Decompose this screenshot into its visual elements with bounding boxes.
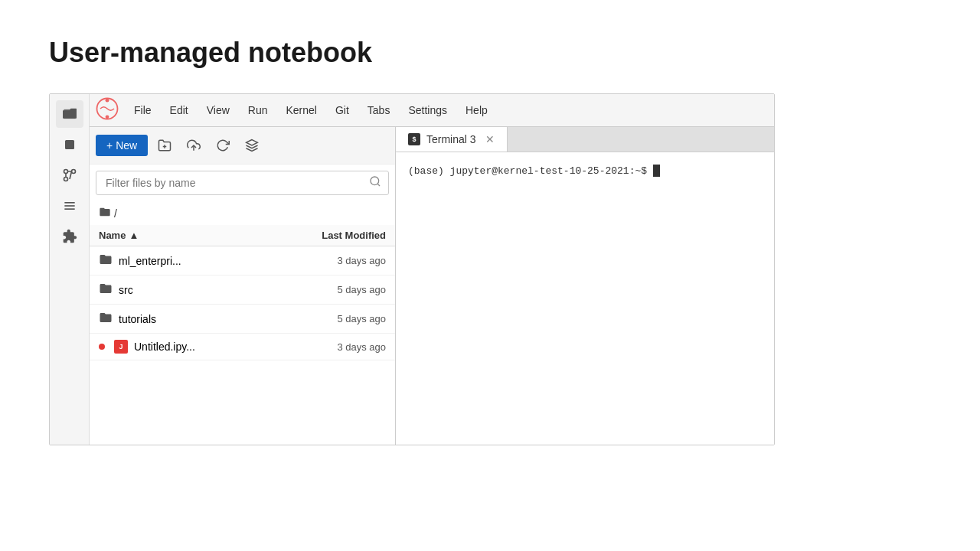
terminal-icon: $ <box>408 133 420 145</box>
file-name-cell: src <box>99 282 286 298</box>
content-area: + New <box>90 127 774 445</box>
sidebar-icon-running[interactable] <box>56 131 83 158</box>
new-folder-button[interactable] <box>152 133 177 158</box>
file-name: src <box>119 284 133 296</box>
folder-icon <box>99 311 113 327</box>
file-name: tutorials <box>119 313 156 325</box>
menu-bar: File Edit View Run Kernel Git Tabs Setti… <box>90 94 774 127</box>
file-table: Name ▲ Last Modified <box>90 225 395 445</box>
terminal-tab-label: Terminal 3 <box>426 133 476 145</box>
new-button[interactable]: + New <box>96 135 148 156</box>
menu-run[interactable]: Run <box>240 101 276 119</box>
terminal-prompt-line: (base) jupyter@kernel-test-10-25-2021:~$ <box>408 165 762 177</box>
table-row[interactable]: src 5 days ago <box>90 276 395 305</box>
col-name-header[interactable]: Name ▲ <box>99 230 286 241</box>
file-name: Untitled.ipy... <box>134 341 195 353</box>
svg-line-16 <box>377 184 380 186</box>
menu-help[interactable]: Help <box>458 101 495 119</box>
menu-kernel[interactable]: Kernel <box>278 101 324 119</box>
refresh-button[interactable] <box>211 133 235 158</box>
sidebar-icon-extensions[interactable] <box>56 223 83 250</box>
plus-icon: + <box>106 139 113 152</box>
upload-button[interactable] <box>181 133 206 158</box>
file-name: ml_enterpri... <box>119 255 181 267</box>
breadcrumb-path: / <box>114 207 117 220</box>
menu-git[interactable]: Git <box>328 101 357 119</box>
svg-point-11 <box>106 115 109 119</box>
search-bar <box>96 171 389 195</box>
jupyter-logo <box>96 97 119 123</box>
file-browser: + New <box>90 127 396 445</box>
table-row[interactable]: J Untitled.ipy... 3 days ago <box>90 334 395 360</box>
modified-dot <box>99 344 105 350</box>
folder-icon <box>99 206 111 220</box>
file-modified: 5 days ago <box>286 284 386 295</box>
folder-icon <box>99 282 113 298</box>
menu-view[interactable]: View <box>199 101 237 119</box>
breadcrumb: / <box>90 201 395 225</box>
page-title: User-managed notebook <box>0 0 980 93</box>
col-modified-header[interactable]: Last Modified <box>286 230 386 241</box>
folder-icon <box>99 253 113 269</box>
file-name-cell: J Untitled.ipy... <box>99 340 286 354</box>
file-name-cell: ml_enterpri... <box>99 253 286 269</box>
git-button[interactable] <box>240 133 264 158</box>
svg-point-15 <box>371 177 379 185</box>
svg-rect-1 <box>65 140 74 149</box>
file-name-cell: tutorials <box>99 311 286 327</box>
sidebar-icon-git[interactable] <box>56 161 83 189</box>
notebook-icon: J <box>114 340 128 354</box>
menu-edit[interactable]: Edit <box>162 101 196 119</box>
file-modified: 5 days ago <box>286 313 386 324</box>
menu-tabs[interactable]: Tabs <box>360 101 398 119</box>
sort-icon: ▲ <box>129 230 139 241</box>
app-container: File Edit View Run Kernel Git Tabs Setti… <box>49 93 775 445</box>
terminal-close-button[interactable]: ✕ <box>485 133 495 145</box>
terminal-content[interactable]: (base) jupyter@kernel-test-10-25-2021:~$ <box>396 152 774 445</box>
search-icon <box>369 175 381 191</box>
sidebar-icon-files[interactable] <box>56 100 83 128</box>
svg-point-10 <box>106 99 109 103</box>
table-row[interactable]: tutorials 5 days ago <box>90 305 395 334</box>
new-button-label: New <box>116 139 137 152</box>
search-input[interactable] <box>96 171 389 195</box>
terminal-panel: $ Terminal 3 ✕ (base) jupyter@kernel-tes… <box>396 127 774 445</box>
file-table-header: Name ▲ Last Modified <box>90 225 395 246</box>
terminal-tab[interactable]: $ Terminal 3 ✕ <box>396 127 508 152</box>
menu-settings[interactable]: Settings <box>400 101 455 119</box>
sidebar-icon-toc[interactable] <box>56 192 83 220</box>
sidebar <box>50 94 90 445</box>
menu-file[interactable]: File <box>126 101 159 119</box>
table-row[interactable]: ml_enterpri... 3 days ago <box>90 246 395 276</box>
file-modified: 3 days ago <box>286 341 386 353</box>
svg-point-2 <box>64 178 67 181</box>
svg-point-3 <box>71 170 75 174</box>
terminal-tab-bar: $ Terminal 3 ✕ <box>396 127 774 152</box>
svg-point-4 <box>64 170 67 174</box>
main-area: File Edit View Run Kernel Git Tabs Setti… <box>90 94 774 445</box>
terminal-cursor <box>653 165 660 177</box>
terminal-prompt-text: (base) jupyter@kernel-test-10-25-2021:~$ <box>408 165 647 177</box>
file-modified: 3 days ago <box>286 255 386 266</box>
file-toolbar: + New <box>90 127 395 165</box>
